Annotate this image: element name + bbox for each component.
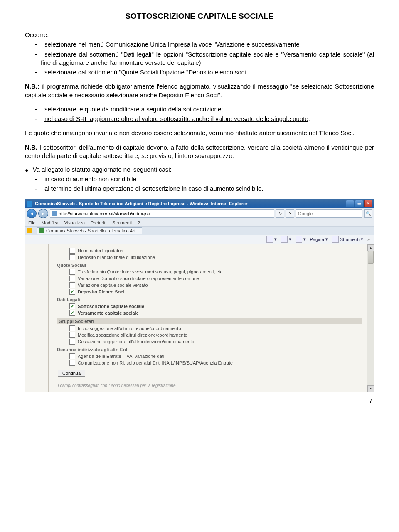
bullet-tail: nei seguenti casi: xyxy=(122,166,172,173)
checkbox-label: Cessazione soggezione all'altrui direzio… xyxy=(78,339,194,344)
step-item: selezionare dal sottomenù "Dati legali" … xyxy=(25,50,374,67)
favorites-icon[interactable] xyxy=(27,228,32,233)
checkbox[interactable]: ✔ xyxy=(69,289,75,295)
menu-item[interactable]: Visualizza xyxy=(64,220,85,225)
browser-navbar: ◄ ► http://starweb.infocamere.it/starweb… xyxy=(25,208,374,219)
note-text: il programma richiede obbligatoriamente … xyxy=(25,83,374,98)
checkbox[interactable]: ✔ xyxy=(69,303,75,309)
checkbox[interactable] xyxy=(69,282,75,288)
toolbar-row: ▾ ▾ ▾ Pagina ▾ Strumenti ▾ » xyxy=(25,235,374,244)
tab-favicon xyxy=(39,228,44,233)
checkbox[interactable]: ✔ xyxy=(69,310,75,316)
checkbox[interactable] xyxy=(69,325,75,331)
checkbox-label: Versamento capitale sociale xyxy=(78,310,139,315)
vertical-scrollbar[interactable]: ▴ ▾ xyxy=(367,244,374,392)
checkbox-label: Agenzia delle Entrate - IVA: variazione … xyxy=(78,354,164,359)
step-item: selezionare le quote da modificare a seg… xyxy=(25,105,374,113)
checkbox-label: Comunicazione non RI, solo per altri Ent… xyxy=(78,360,233,365)
checkbox[interactable] xyxy=(69,339,75,345)
site-icon xyxy=(52,211,57,216)
close-button[interactable]: ✕ xyxy=(364,200,372,207)
search-box[interactable]: Google xyxy=(296,209,362,218)
stop-button[interactable]: ✕ xyxy=(286,209,294,218)
bullet-line: ● Va allegato lo statuto aggiornato nei … xyxy=(25,166,374,173)
refresh-button[interactable]: ↻ xyxy=(276,209,284,218)
tab-label: ComunicaStarweb - Sportello Telematico A… xyxy=(46,228,139,233)
menu-item[interactable]: Strumenti xyxy=(112,220,132,225)
checkbox[interactable] xyxy=(69,360,75,366)
checkbox-label: Trasferimento Quote: inter vivos, mortis… xyxy=(78,269,227,274)
step-item: selezionare nel menù Comunicazione Unica… xyxy=(25,40,374,49)
underlined-text: nel caso di SRL aggiornare oltre al valo… xyxy=(44,115,308,122)
tools-menu[interactable]: Strumenti ▾ xyxy=(332,236,363,243)
step-item: selezionare dal sottomenù "Quote Sociali… xyxy=(25,68,374,76)
maximize-button[interactable]: ▭ xyxy=(355,200,363,207)
tab-bar: ComunicaStarweb - Sportello Telematico A… xyxy=(25,227,374,235)
checkbox-label: Deposito bilancio finale di liquidazione xyxy=(78,255,155,260)
bullet-lead: Va allegato lo xyxy=(33,166,72,173)
left-sidebar xyxy=(25,244,49,392)
document-title: SOTTOSCRIZIONE CAPITALE SOCIALE xyxy=(25,12,374,21)
print-icon[interactable]: ▾ xyxy=(296,236,306,243)
checkbox[interactable] xyxy=(69,332,75,338)
back-button[interactable]: ◄ xyxy=(27,209,37,218)
paragraph-2: Le quote che rimangono invariate non dev… xyxy=(25,129,374,137)
note-prefix: N.B.: xyxy=(25,83,39,90)
intro-text: Occorre: xyxy=(25,31,374,39)
home-icon[interactable]: ▾ xyxy=(266,236,277,243)
menu-item[interactable]: Modifica xyxy=(42,220,59,225)
checkbox-label: Sottoscrizione capitale sociale xyxy=(78,304,144,309)
checkbox[interactable] xyxy=(69,269,75,275)
menu-item[interactable]: ? xyxy=(138,220,140,225)
steps-list-1: selezionare nel menù Comunicazione Unica… xyxy=(25,40,374,76)
continua-button[interactable]: Continua xyxy=(58,370,85,377)
text-tail: . xyxy=(308,115,310,122)
page-menu[interactable]: Pagina ▾ xyxy=(310,236,328,242)
note-2: N.B. I sottoscrittori dell'aumento di ca… xyxy=(25,143,374,160)
note-text: I sottoscrittori dell'aumento di capital… xyxy=(25,144,374,159)
note-prefix: N.B. xyxy=(25,144,37,151)
steps-list-3: in caso di aumento non scindibile al ter… xyxy=(25,175,374,193)
menu-item[interactable]: Preferiti xyxy=(91,220,106,225)
section-denunce: Denunce indirizzate agli altri Enti xyxy=(57,347,362,352)
feeds-icon[interactable]: ▾ xyxy=(281,236,291,243)
scroll-thumb[interactable] xyxy=(368,251,374,264)
checkbox-label: Variazione capitale sociale versato xyxy=(78,283,148,288)
checkbox-label: Inizio soggezione all'altrui direzione/c… xyxy=(78,326,181,331)
menu-bar: File Modifica Visualizza Preferiti Strum… xyxy=(25,219,374,227)
window-titlebar: ComunicaStarweb - Sportello Telematico A… xyxy=(25,199,374,208)
url-text: http://starweb.infocamere.it/starweb/ind… xyxy=(59,211,150,216)
forward-button[interactable]: ► xyxy=(38,209,48,218)
checkbox[interactable] xyxy=(69,248,75,254)
scroll-up-icon[interactable]: ▴ xyxy=(367,244,374,251)
checkbox-label: Nomina dei Liquidatori xyxy=(78,248,123,253)
checkbox-label: Variazione Domicilio socio titolare o ra… xyxy=(78,276,199,281)
content-area: Nomina dei Liquidatori Deposito bilancio… xyxy=(25,244,374,392)
steps-list-2: selezionare le quote da modificare a seg… xyxy=(25,105,374,123)
page-number: 7 xyxy=(25,397,374,404)
scroll-down-icon[interactable]: ▾ xyxy=(367,385,374,392)
checkbox-label: Modifica soggezione all'altrui direzione… xyxy=(78,332,187,337)
section-gruppi-societari: Gruppi Societari xyxy=(57,318,362,324)
window-title: ComunicaStarweb - Sportello Telematico A… xyxy=(35,201,248,206)
form-panel: Nomina dei Liquidatori Deposito bilancio… xyxy=(49,244,367,392)
step-item: in caso di aumento non scindibile xyxy=(25,175,374,183)
bullet-underlined: statuto aggiornato xyxy=(72,166,122,173)
section-dati-legali: Dati Legali xyxy=(57,297,362,302)
step-item: nel caso di SRL aggiornare oltre al valo… xyxy=(25,115,374,123)
bullet-dot-icon: ● xyxy=(25,167,28,173)
menu-item[interactable]: File xyxy=(28,220,36,225)
browser-tab[interactable]: ComunicaStarweb - Sportello Telematico A… xyxy=(37,227,142,234)
note-1: N.B.: il programma richiede obbligatoria… xyxy=(25,82,374,99)
footer-note: I campi contrassegnati con * sono necess… xyxy=(58,383,362,388)
section-quote-sociali: Quote Sociali xyxy=(57,263,362,268)
minimize-button[interactable]: – xyxy=(346,200,354,207)
checkbox[interactable] xyxy=(69,276,75,281)
checkbox[interactable] xyxy=(69,254,75,260)
checkbox[interactable] xyxy=(69,353,75,359)
app-icon xyxy=(27,201,32,207)
address-bar[interactable]: http://starweb.infocamere.it/starweb/ind… xyxy=(50,209,274,218)
search-go-button[interactable]: 🔍 xyxy=(364,209,372,218)
checkbox-label: Deposito Elenco Soci xyxy=(78,289,124,294)
screenshot-window: ComunicaStarweb - Sportello Telematico A… xyxy=(25,199,374,392)
